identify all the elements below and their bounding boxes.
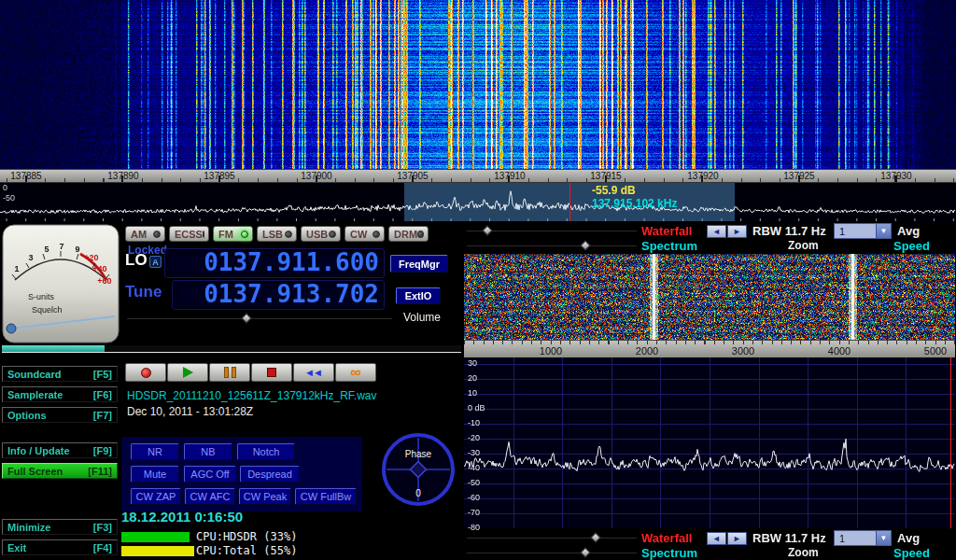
slider-thumb[interactable] [581, 240, 591, 250]
axis-minor-ticks [464, 341, 955, 344]
samplerate-button[interactable]: Samplerate [F6] [2, 386, 118, 402]
nr-button[interactable]: NR [131, 443, 179, 460]
scale-label: 137915 [590, 171, 621, 181]
frequency-scale[interactable]: 137885 137890 137895 137900 137905 13791… [0, 169, 956, 183]
right-arrow-button[interactable]: ► [727, 225, 747, 238]
s-meter-scale-label: 7 [59, 242, 63, 251]
tune-frequency-display[interactable]: 0137.913.702 [172, 280, 385, 310]
agc-off-button[interactable]: AGC Off [184, 466, 236, 483]
info-update-button[interactable]: Info / Update [F9] [2, 442, 118, 458]
mute-button[interactable]: Mute [131, 466, 179, 483]
s-meter-scale-label: 3 [28, 253, 33, 262]
fkey-label: [F9] [93, 445, 112, 456]
slider-thumb[interactable] [482, 225, 492, 235]
rf-waterfall-axis[interactable]: 1000 2000 3000 4000 5000 [464, 340, 955, 357]
record-button[interactable] [125, 363, 166, 382]
phase-label: Phase [405, 449, 432, 459]
cw-peak-button[interactable]: CW Peak [239, 488, 291, 505]
phase-indicator[interactable]: Phase 0 [379, 428, 457, 509]
lo-frequency-display[interactable]: 0137.911.600 [164, 248, 385, 278]
bottom-zoom-label: Zoom [788, 546, 819, 559]
dsp-panel: NR NB Notch Mute AGC Off Despread CW ZAP… [121, 437, 362, 511]
mode-button-drm[interactable]: DRM [388, 226, 429, 242]
mode-button-ecss[interactable]: ECSS [169, 226, 209, 242]
minimize-button[interactable]: Minimize [F3] [2, 519, 118, 535]
stop-button[interactable] [251, 363, 292, 382]
rf-waterfall-display[interactable] [464, 254, 955, 340]
bottom-zoom-spinner[interactable]: ◄ ► [707, 532, 747, 545]
main-spectrum-display[interactable]: 0 -50 -55.9 dB 137.915.102 kHz [0, 183, 956, 221]
button-label: Options [7, 410, 47, 421]
mode-button-cw[interactable]: CW [344, 226, 385, 242]
squelch-level-bar[interactable] [2, 345, 461, 353]
chevron-down-icon[interactable]: ▼ [876, 531, 891, 545]
top-spectrum-slider[interactable] [467, 242, 637, 251]
squelch-label: Squelch [32, 305, 63, 315]
rewind-icon: ◄◄ [304, 367, 323, 378]
top-avg-select[interactable]: 1 ▼ [834, 223, 892, 239]
loop-button[interactable]: ∞ [335, 363, 376, 382]
button-label: Full Screen [7, 466, 63, 477]
rf-spectrum-display[interactable] [464, 357, 955, 528]
s-units-label: S-units [28, 292, 55, 301]
mode-button-lsb[interactable]: LSB [257, 226, 297, 242]
top-zoom-label: Zoom [788, 239, 819, 252]
pause-button[interactable] [209, 363, 250, 382]
right-arrow-icon: ► [733, 534, 741, 543]
cpu-hdsdr-bar [121, 532, 190, 542]
bottom-waterfall-slider[interactable] [467, 534, 637, 543]
play-button[interactable] [167, 363, 208, 382]
rewind-button[interactable]: ◄◄ [293, 363, 334, 382]
volume-slider[interactable] [127, 315, 392, 324]
top-waterfall-slider[interactable] [467, 227, 637, 236]
exit-button[interactable]: Exit [F4] [2, 539, 118, 555]
mode-label: USB [306, 229, 328, 240]
nb-button[interactable]: NB [184, 443, 232, 460]
slider-thumb[interactable] [591, 532, 601, 542]
stop-icon [267, 368, 276, 377]
cw-fullbw-button[interactable]: CW FullBw [295, 488, 357, 505]
left-arrow-button[interactable]: ◄ [707, 225, 726, 238]
mode-button-usb[interactable]: USB [301, 226, 341, 242]
freqmgr-button[interactable]: FreqMgr [390, 255, 448, 273]
chevron-down-icon[interactable]: ▼ [876, 224, 891, 238]
extio-button[interactable]: ExtIO [396, 287, 441, 304]
slider-thumb[interactable] [581, 547, 591, 557]
s-meter-scale-label: +20 [84, 253, 98, 262]
main-waterfall-display[interactable] [0, 0, 956, 169]
left-arrow-icon: ◄ [712, 227, 721, 236]
slider-thumb[interactable] [241, 313, 251, 323]
soundcard-button[interactable]: Soundcard [F5] [2, 366, 118, 382]
options-button[interactable]: Options [F7] [2, 407, 118, 423]
s-meter-scale-label: 5 [44, 245, 49, 254]
lo-a-badge[interactable]: A [149, 256, 162, 268]
left-arrow-button[interactable]: ◄ [707, 532, 726, 545]
fullscreen-button[interactable]: Full Screen [F11] [2, 463, 118, 479]
cw-zap-button[interactable]: CW ZAP [131, 488, 181, 505]
s-meter-pivot[interactable] [7, 324, 16, 333]
notch-button[interactable]: Notch [237, 443, 295, 460]
bottom-spectrum-slider[interactable] [467, 549, 637, 558]
control-panel: 1 3 5 7 9 +20 +40 +60 S-units Squelch So… [0, 221, 956, 560]
cw-afc-button[interactable]: CW AFC [185, 488, 235, 505]
s-meter-scale-label: 1 [14, 264, 19, 273]
cpu-hdsdr-label: CPU:HDSDR (33%) [196, 531, 297, 542]
right-arrow-button[interactable]: ► [727, 532, 747, 545]
volume-label: Volume [403, 311, 441, 324]
axis-label: 4000 [828, 345, 851, 357]
button-label: Samplerate [7, 389, 63, 400]
mode-led-icon [285, 231, 292, 238]
mode-button-fm[interactable]: FM [213, 226, 253, 242]
top-waterfall-label: Waterfall [641, 224, 692, 238]
mode-button-am[interactable]: AM [125, 226, 165, 242]
fkey-label: [F6] [93, 389, 112, 400]
hdsdr-window: 137885 137890 137895 137900 137905 13791… [0, 0, 956, 560]
axis-label: 3000 [732, 345, 754, 357]
db-axis-label: -50 [3, 194, 15, 203]
despread-button[interactable]: Despread [240, 466, 300, 483]
mode-led-icon [417, 231, 424, 238]
bottom-avg-select[interactable]: 1 ▼ [834, 530, 892, 546]
left-arrow-icon: ◄ [712, 534, 721, 543]
signal-readout: -55.9 dB 137.915.102 kHz [592, 184, 677, 210]
top-zoom-spinner[interactable]: ◄ ► [707, 225, 747, 238]
